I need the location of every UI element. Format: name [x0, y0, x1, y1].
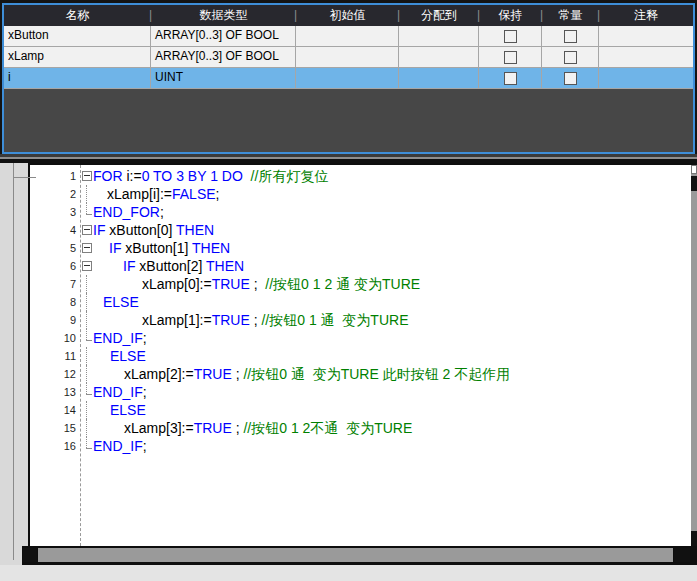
- keyword-token: END_IF: [93, 438, 143, 454]
- fold-connector: [86, 365, 87, 383]
- hscroll-left-button[interactable]: [23, 548, 37, 562]
- code-text: END_IF;: [93, 383, 147, 401]
- code-text: IF xButton[1] THEN: [109, 239, 230, 257]
- fold-collapse-icon[interactable]: [82, 261, 92, 271]
- var-comment-cell[interactable]: [599, 26, 693, 46]
- code-token: xButton[0]: [105, 222, 176, 238]
- code-text: FOR i:=0 TO 3 BY 1 DO //所有灯复位: [93, 167, 328, 185]
- code-line-13[interactable]: 13END_IF;: [30, 383, 691, 401]
- var-constant-cell[interactable]: [542, 26, 599, 46]
- margin-rule: [13, 163, 14, 560]
- var-row-xLamp[interactable]: xLampARRAY[0..3] OF BOOL: [4, 47, 693, 68]
- decl-table-header: 名称数据类型初始值分配到保持常量注释||||||: [4, 5, 693, 26]
- fold-end-connector: [86, 329, 87, 340]
- retain-checkbox[interactable]: [504, 30, 517, 43]
- retain-checkbox[interactable]: [504, 51, 517, 64]
- col-header-name[interactable]: 名称: [4, 5, 151, 26]
- code-token: i:=: [123, 168, 142, 184]
- line-number: 12: [30, 365, 76, 383]
- hscroll-right-button[interactable]: [674, 548, 690, 562]
- fold-connector: [86, 401, 87, 419]
- code-token: ;: [160, 204, 164, 220]
- code-line-2[interactable]: 2xLamp[i]:=FALSE;: [30, 185, 691, 203]
- code-text: xLamp[i]:=FALSE;: [107, 185, 219, 203]
- keyword-token: THEN: [206, 258, 244, 274]
- code-line-4[interactable]: 4IF xButton[0] THEN: [30, 221, 691, 239]
- var-retain-cell[interactable]: [479, 47, 542, 67]
- var-comment-cell[interactable]: [599, 68, 693, 88]
- code-text: xLamp[1]:=TRUE ; //按钮0 1 通 变为TURE: [142, 311, 408, 329]
- col-header-constant[interactable]: 常量: [542, 5, 599, 26]
- var-assign-cell[interactable]: [399, 26, 479, 46]
- st-code-editor[interactable]: 1FOR i:=0 TO 3 BY 1 DO //所有灯复位2xLamp[i]:…: [30, 165, 691, 546]
- code-token: xLamp[1]:=: [142, 312, 212, 328]
- var-retain-cell[interactable]: [479, 26, 542, 46]
- var-name-cell[interactable]: xLamp: [4, 47, 151, 67]
- code-text: END_IF;: [93, 437, 147, 455]
- code-line-11[interactable]: 11ELSE: [30, 347, 691, 365]
- var-row-xButton[interactable]: xButtonARRAY[0..3] OF BOOL: [4, 26, 693, 47]
- line-number: 4: [30, 221, 76, 239]
- var-datatype-cell[interactable]: ARRAY[0..3] OF BOOL: [151, 47, 296, 67]
- var-constant-cell[interactable]: [542, 47, 599, 67]
- col-header-retain[interactable]: 保持: [479, 5, 542, 26]
- var-retain-cell[interactable]: [479, 68, 542, 88]
- header-separator: |: [540, 5, 543, 26]
- code-text: END_FOR;: [93, 203, 164, 221]
- retain-checkbox[interactable]: [504, 72, 517, 85]
- fold-collapse-icon[interactable]: [82, 225, 92, 235]
- fold-end-tick: [86, 448, 92, 449]
- editor-left-margin-lower: [0, 546, 22, 565]
- code-line-15[interactable]: 15xLamp[3]:=TRUE ; //按钮0 1 2不通 变为TURE: [30, 419, 691, 437]
- var-datatype-cell[interactable]: ARRAY[0..3] OF BOOL: [151, 26, 296, 46]
- var-constant-cell[interactable]: [542, 68, 599, 88]
- var-assign-cell[interactable]: [399, 68, 479, 88]
- vertical-scrollbar[interactable]: [691, 165, 697, 546]
- vscroll-up-button[interactable]: [691, 165, 697, 174]
- code-text: ELSE: [103, 293, 139, 311]
- code-line-6[interactable]: 6IF xButton[2] THEN: [30, 257, 691, 275]
- fold-end-tick: [86, 214, 92, 215]
- fold-collapse-icon[interactable]: [82, 171, 92, 181]
- col-header-assign[interactable]: 分配到: [399, 5, 479, 26]
- constant-checkbox[interactable]: [564, 51, 577, 64]
- fold-collapse-icon[interactable]: [82, 243, 92, 253]
- code-line-7[interactable]: 7xLamp[0]:=TRUE ; //按钮0 1 2 通 变为TURE: [30, 275, 691, 293]
- code-line-5[interactable]: 5IF xButton[1] THEN: [30, 239, 691, 257]
- col-header-comment[interactable]: 注释: [599, 5, 693, 26]
- col-header-initvalue[interactable]: 初始值: [296, 5, 399, 26]
- fold-end-tick: [86, 340, 92, 341]
- code-line-8[interactable]: 8ELSE: [30, 293, 691, 311]
- code-token: xButton[1]: [121, 240, 192, 256]
- var-initvalue-cell[interactable]: [296, 47, 399, 67]
- var-name-cell[interactable]: i: [4, 68, 151, 88]
- code-line-14[interactable]: 14ELSE: [30, 401, 691, 419]
- constant-checkbox[interactable]: [564, 30, 577, 43]
- code-line-10[interactable]: 10END_IF;: [30, 329, 691, 347]
- code-text: END_IF;: [93, 329, 147, 347]
- var-initvalue-cell[interactable]: [296, 68, 399, 88]
- var-datatype-cell[interactable]: UINT: [151, 68, 296, 88]
- line-number: 3: [30, 203, 76, 221]
- code-token: ;: [216, 186, 220, 202]
- code-line-9[interactable]: 9xLamp[1]:=TRUE ; //按钮0 1 通 变为TURE: [30, 311, 691, 329]
- keyword-token: ELSE: [110, 402, 146, 418]
- var-initvalue-cell[interactable]: [296, 26, 399, 46]
- header-separator: |: [149, 5, 152, 26]
- hscroll-thumb[interactable]: [38, 548, 673, 562]
- var-comment-cell[interactable]: [599, 47, 693, 67]
- var-row-i[interactable]: iUINT: [4, 68, 693, 89]
- keyword-token: THEN: [176, 222, 214, 238]
- var-assign-cell[interactable]: [399, 47, 479, 67]
- var-name-cell[interactable]: xButton: [4, 26, 151, 46]
- line-number: 8: [30, 293, 76, 311]
- col-header-datatype[interactable]: 数据类型: [151, 5, 296, 26]
- code-line-12[interactable]: 12xLamp[2]:=TRUE ; //按钮0 通 变为TURE 此时按钮 2…: [30, 365, 691, 383]
- code-line-16[interactable]: 16END_IF;: [30, 437, 691, 455]
- code-line-1[interactable]: 1FOR i:=0 TO 3 BY 1 DO //所有灯复位: [30, 167, 691, 185]
- constant-checkbox[interactable]: [564, 72, 577, 85]
- vscroll-down-button[interactable]: [691, 531, 697, 546]
- code-line-3[interactable]: 3END_FOR;: [30, 203, 691, 221]
- vscroll-thumb[interactable]: [691, 176, 697, 191]
- line-number: 1: [30, 167, 76, 185]
